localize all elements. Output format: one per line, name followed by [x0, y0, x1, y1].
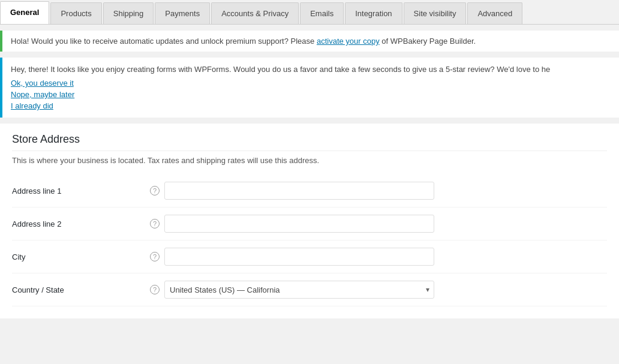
tab-advanced[interactable]: Advanced: [467, 2, 522, 24]
input-address1[interactable]: [164, 182, 434, 200]
input-address2[interactable]: [164, 215, 434, 233]
field-cell-country_state: ?United States (US) — California▾: [144, 273, 607, 306]
help-icon-city[interactable]: ?: [150, 252, 160, 261]
field-row-inner-country_state: ?United States (US) — California▾: [150, 281, 601, 299]
form-row-address1: Address line 1?: [12, 175, 607, 207]
tab-accounts-privacy[interactable]: Accounts & Privacy: [211, 2, 299, 24]
field-row-inner-address1: ?: [150, 182, 601, 200]
notice-wpforms-links: Ok, you deserve it Nope, maybe later I a…: [11, 79, 611, 110]
tab-shipping[interactable]: Shipping: [103, 2, 154, 24]
tab-general[interactable]: General: [0, 1, 49, 24]
field-label-address2: Address line 2: [12, 207, 144, 240]
notice-link-ok[interactable]: Ok, you deserve it: [11, 79, 611, 88]
form-row-address2: Address line 2?: [12, 207, 607, 240]
tab-products[interactable]: Products: [50, 2, 101, 24]
section-title: Store Address: [12, 133, 607, 151]
help-icon-country_state[interactable]: ?: [150, 285, 160, 294]
field-cell-address1: ?: [144, 175, 607, 207]
notice-wpbakery: Hola! Would you like to receive automati…: [0, 31, 619, 52]
notice-wpbakery-text: Hola! Would you like to receive automati…: [11, 37, 317, 46]
notice-wpforms: Hey, there! It looks like you enjoy crea…: [0, 58, 619, 118]
store-address-section: Store Address This is where your busines…: [0, 124, 619, 318]
tab-emails[interactable]: Emails: [300, 2, 344, 24]
form-row-country_state: Country / State?United States (US) — Cal…: [12, 273, 607, 306]
select-wrapper-country_state: United States (US) — California▾: [164, 281, 434, 299]
field-label-country_state: Country / State: [12, 273, 144, 306]
select-country_state[interactable]: United States (US) — California: [164, 281, 434, 299]
main-content: Hola! Would you like to receive automati…: [0, 31, 619, 318]
notice-wpbakery-text-after: of WPBakery Page Builder.: [380, 37, 476, 46]
form-table: Address line 1?Address line 2?City?Count…: [12, 175, 607, 306]
field-label-address1: Address line 1: [12, 175, 144, 207]
field-row-inner-address2: ?: [150, 215, 601, 233]
input-city[interactable]: [164, 248, 434, 266]
tab-payments[interactable]: Payments: [155, 2, 210, 24]
field-cell-address2: ?: [144, 207, 607, 240]
field-cell-city: ?: [144, 240, 607, 273]
notice-wpbakery-link[interactable]: activate your copy: [317, 37, 380, 46]
form-row-city: City?: [12, 240, 607, 273]
tabs-bar: GeneralProductsShippingPaymentsAccounts …: [0, 0, 619, 25]
help-icon-address1[interactable]: ?: [150, 186, 160, 195]
section-description: This is where your business is located. …: [12, 156, 607, 165]
tab-site-visibility[interactable]: Site visibility: [404, 2, 467, 24]
field-label-city: City: [12, 240, 144, 273]
field-row-inner-city: ?: [150, 248, 601, 266]
notice-wpforms-text: Hey, there! It looks like you enjoy crea…: [11, 65, 611, 74]
notice-link-later[interactable]: Nope, maybe later: [11, 90, 611, 99]
notice-link-already[interactable]: I already did: [11, 101, 611, 110]
help-icon-address2[interactable]: ?: [150, 219, 160, 228]
tab-integration[interactable]: Integration: [345, 2, 402, 24]
